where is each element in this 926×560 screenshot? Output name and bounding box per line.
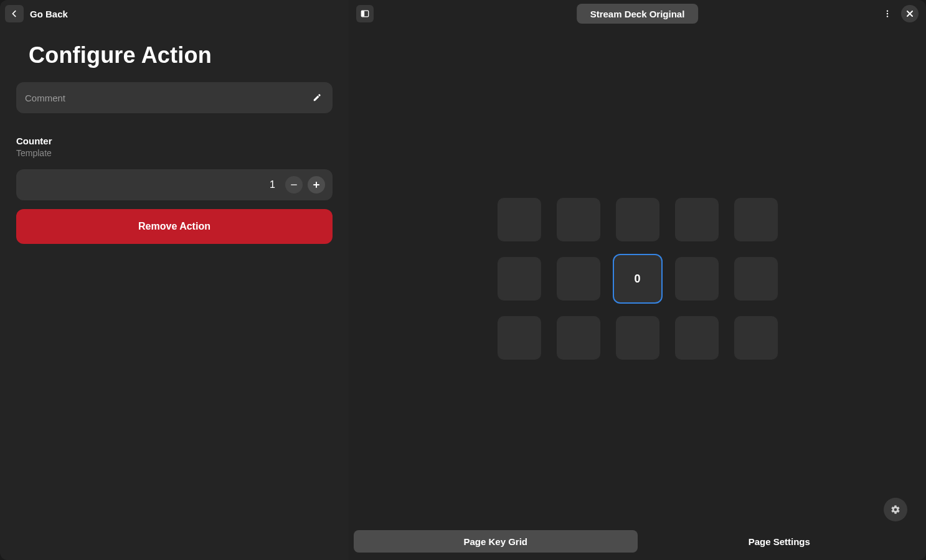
device-label: Stream Deck Original: [590, 9, 685, 19]
toggle-sidebar-button[interactable]: [356, 5, 374, 22]
comment-field[interactable]: Comment: [16, 82, 333, 113]
arrow-left-icon: [10, 9, 19, 18]
key-grid: 0: [498, 198, 778, 360]
deck-key-4[interactable]: [734, 198, 778, 241]
deck-key-1[interactable]: [557, 198, 600, 241]
counter-section-label: Counter: [16, 136, 333, 146]
pencil-icon: [313, 93, 321, 102]
left-header: Go Back: [0, 0, 349, 27]
gear-icon: [891, 505, 900, 515]
tab-page-key-grid[interactable]: Page Key Grid: [354, 530, 638, 553]
comment-placeholder: Comment: [25, 93, 65, 103]
deck-key-0[interactable]: [498, 198, 541, 241]
device-selector[interactable]: Stream Deck Original: [577, 4, 699, 24]
counter-section-sub: Template: [16, 148, 333, 158]
svg-rect-0: [291, 184, 297, 185]
config-panel: Go Back Configure Action Comment Counter…: [0, 0, 349, 560]
svg-point-6: [887, 13, 888, 14]
deck-key-13[interactable]: [675, 316, 719, 360]
go-back-label: Go Back: [30, 9, 68, 19]
device-panel: Stream Deck Original 0: [349, 0, 926, 560]
counter-decrement-button[interactable]: [285, 176, 303, 194]
deck-key-14[interactable]: [734, 316, 778, 360]
deck-key-8[interactable]: [675, 257, 719, 301]
page-title: Configure Action: [29, 42, 333, 68]
menu-button[interactable]: [879, 5, 896, 22]
deck-key-10[interactable]: [498, 316, 541, 360]
go-back-button[interactable]: [5, 5, 24, 22]
svg-point-5: [887, 10, 888, 11]
deck-key-7[interactable]: 0: [613, 254, 663, 304]
top-bar: Stream Deck Original: [349, 0, 926, 27]
svg-point-7: [887, 16, 888, 17]
deck-key-2[interactable]: [616, 198, 659, 241]
deck-key-11[interactable]: [557, 316, 600, 360]
svg-rect-2: [316, 182, 317, 188]
close-button[interactable]: [901, 5, 919, 22]
counter-stepper: 1: [16, 169, 333, 200]
deck-key-12[interactable]: [616, 316, 659, 360]
remove-action-button[interactable]: Remove Action: [16, 209, 333, 244]
deck-key-9[interactable]: [734, 257, 778, 301]
sidebar-icon: [361, 9, 369, 18]
bottom-tabs: Page Key Grid Page Settings: [349, 530, 926, 560]
tab-page-settings[interactable]: Page Settings: [638, 530, 922, 553]
plus-icon: [313, 181, 320, 189]
counter-increment-button[interactable]: [308, 176, 325, 194]
minus-icon: [290, 181, 298, 189]
svg-rect-4: [362, 11, 364, 17]
kebab-icon: [883, 9, 892, 18]
tab-label: Page Settings: [749, 536, 810, 547]
remove-action-label: Remove Action: [138, 221, 210, 232]
deck-key-6[interactable]: [557, 257, 600, 301]
deck-key-label: 0: [634, 273, 640, 286]
grid-area: 0: [349, 27, 926, 530]
page-settings-fab[interactable]: [884, 498, 907, 521]
deck-key-5[interactable]: [498, 257, 541, 301]
counter-value: 1: [270, 179, 275, 190]
close-icon: [906, 10, 914, 17]
deck-key-3[interactable]: [675, 198, 719, 241]
tab-label: Page Key Grid: [463, 536, 527, 547]
